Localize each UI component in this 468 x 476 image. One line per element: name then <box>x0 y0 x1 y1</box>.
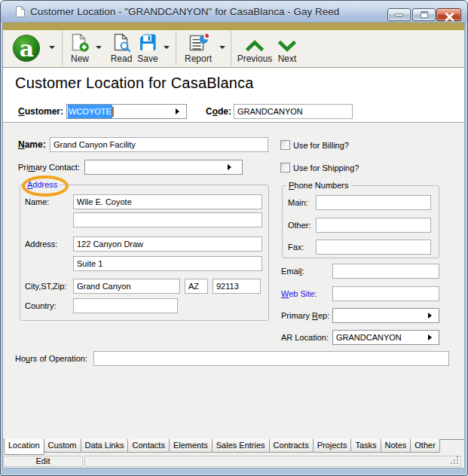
hours-of-operation-label: Hours of Operation: <box>15 351 87 366</box>
previous-button[interactable]: Previous <box>235 32 274 66</box>
next-button[interactable]: Next <box>272 32 302 66</box>
address-line1-field[interactable]: 122 Canyon Draw <box>73 236 262 252</box>
tab-location[interactable]: Location <box>4 439 44 455</box>
annotation-ellipse <box>22 175 69 197</box>
phone-main-field[interactable] <box>316 195 431 210</box>
report-button[interactable]: Report <box>182 32 215 66</box>
report-dropdown-icon[interactable] <box>219 46 225 49</box>
phone-numbers-title: Phone Numbers <box>286 180 351 191</box>
tab-custom[interactable]: Custom <box>44 439 81 453</box>
client-area: a New <box>3 23 464 468</box>
minimize-button[interactable] <box>387 8 411 21</box>
adagio-logo-icon: a <box>12 34 41 63</box>
primary-contact-combobox[interactable] <box>84 160 243 175</box>
customer-label: Customer: <box>18 104 63 119</box>
new-button[interactable]: New <box>65 32 95 66</box>
status-panel <box>84 456 461 467</box>
close-icon <box>445 11 454 19</box>
city-st-zip-label: City,ST,Zip: <box>25 279 66 294</box>
header-section: Customer Location for CasaBlanca Custome… <box>3 68 464 123</box>
name-label: Name: <box>18 137 46 152</box>
tab-tasks[interactable]: Tasks <box>350 439 381 453</box>
use-for-shipping-checkbox[interactable] <box>280 163 290 172</box>
new-dropdown-icon[interactable] <box>96 46 102 49</box>
title-bar[interactable]: Customer Location - "GRANDCANYON" for Ca… <box>1 1 467 23</box>
toolbar: a New <box>3 30 464 68</box>
address-name2-field[interactable] <box>73 212 262 227</box>
address-street-label: Address: <box>25 236 57 252</box>
toolbar-separator <box>62 31 63 66</box>
combo-arrow-icon[interactable] <box>428 334 432 340</box>
use-for-shipping-label: Use for Shipping? <box>293 163 359 173</box>
email-field[interactable] <box>332 264 439 279</box>
app-window: Customer Location - "GRANDCANYON" for Ca… <box>0 0 468 476</box>
combo-arrow-icon[interactable] <box>176 108 179 114</box>
read-document-icon <box>112 32 131 52</box>
customer-combobox[interactable]: WCOYOTE <box>66 104 187 119</box>
form-section: Name: Grand Canyon Facility Use for Bill… <box>3 123 464 439</box>
document-icon <box>15 5 26 21</box>
primary-rep-combobox[interactable] <box>332 308 439 323</box>
tab-notes[interactable]: Notes <box>381 439 411 453</box>
maximize-icon <box>421 11 428 18</box>
new-document-icon <box>70 32 90 52</box>
minimize-icon <box>395 14 403 17</box>
text-caret <box>112 107 114 117</box>
page-title: Customer Location for CasaBlanca <box>15 75 254 90</box>
tab-other[interactable]: Other <box>410 439 440 453</box>
name-field[interactable]: Grand Canyon Facility <box>50 137 268 152</box>
combo-arrow-icon[interactable] <box>428 313 432 319</box>
new-button-label: New <box>71 53 89 64</box>
save-button-label: Save <box>137 53 158 64</box>
save-dropdown-icon[interactable] <box>164 46 170 49</box>
tab-sales-entries[interactable]: Sales Entries <box>212 439 270 453</box>
window-title: Customer Location - "GRANDCANYON" for Ca… <box>30 6 339 17</box>
combo-arrow-icon[interactable] <box>228 164 231 170</box>
tab-contracts[interactable]: Contracts <box>269 439 314 453</box>
resize-grip[interactable] <box>449 455 458 464</box>
city-field[interactable]: Grand Canyon <box>73 279 180 294</box>
zip-field[interactable]: 92113 <box>213 279 261 294</box>
primary-contact-label: Primary Contact: <box>18 160 80 175</box>
toolbar-separator <box>231 31 231 66</box>
accent-band <box>3 23 464 30</box>
report-button-label: Report <box>185 53 212 64</box>
save-floppy-icon <box>139 32 157 52</box>
read-button-label: Read <box>111 53 133 64</box>
hours-of-operation-field[interactable] <box>93 351 449 366</box>
primary-rep-label: Primary Rep: <box>281 308 329 323</box>
web-site-link[interactable]: Web Site: <box>281 286 317 301</box>
app-logo-button[interactable]: a <box>12 34 41 63</box>
chevron-up-icon <box>244 32 265 52</box>
save-button[interactable]: Save <box>131 32 164 66</box>
country-field[interactable] <box>73 298 178 313</box>
chevron-down-icon <box>277 32 298 52</box>
country-label: Country: <box>25 298 57 313</box>
logo-letter: a <box>20 35 34 62</box>
tab-contacts[interactable]: Contacts <box>127 439 169 453</box>
tab-projects[interactable]: Projects <box>313 439 352 453</box>
phone-fax-field[interactable] <box>316 240 431 255</box>
close-button[interactable] <box>436 8 461 21</box>
web-site-field[interactable] <box>332 286 439 301</box>
ar-location-combobox[interactable]: GRANDCANYON <box>332 330 439 345</box>
tab-elements[interactable]: Elements <box>169 439 213 453</box>
previous-button-label: Previous <box>237 53 273 64</box>
address-name1-field[interactable]: Wile E. Coyote <box>73 194 262 209</box>
address-name-label: Name: <box>25 194 49 209</box>
phone-fax-label: Fax: <box>288 240 304 255</box>
code-field[interactable]: GRANDCANYON <box>234 104 353 119</box>
logo-dropdown-icon[interactable] <box>49 46 55 49</box>
phone-numbers-group: Phone Numbers Main: Other: Fax: <box>282 185 439 258</box>
maximize-button[interactable] <box>412 8 436 21</box>
tab-data-links[interactable]: Data Links <box>81 439 129 453</box>
use-for-billing-checkbox[interactable] <box>280 140 290 150</box>
report-pie-document-icon <box>188 32 209 52</box>
tab-bar: Location Custom Data Links Contacts Elem… <box>3 439 464 455</box>
next-button-label: Next <box>278 53 297 64</box>
state-field[interactable]: AZ <box>185 279 208 294</box>
email-label: Email: <box>281 264 304 279</box>
phone-other-field[interactable] <box>316 218 431 233</box>
code-label: Code: <box>206 104 231 119</box>
address-line2-field[interactable]: Suite 1 <box>73 256 262 271</box>
